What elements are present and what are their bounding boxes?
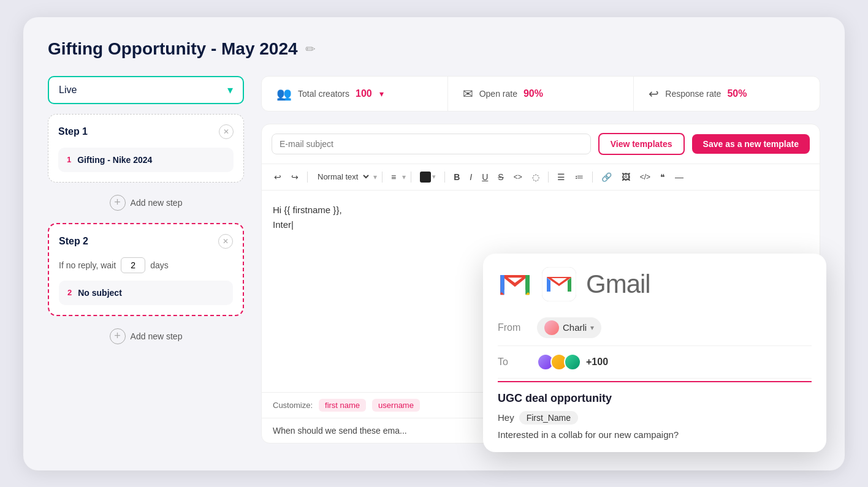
customize-username-tag[interactable]: username [372, 399, 420, 412]
page-title-row: Gifting Opportunity - May 2024 ✏ [48, 39, 820, 59]
status-dropdown[interactable]: Live ▾ [48, 76, 244, 104]
gmail-divider [498, 381, 812, 382]
open-rate-stat: ✉ Open rate 90% [448, 77, 634, 111]
toolbar-divider-3 [411, 172, 411, 183]
gmail-header: Gmail [483, 254, 826, 310]
to-avatars: +100 [537, 353, 608, 371]
gmail-to-label: To [498, 357, 528, 368]
image-button[interactable]: 🖼 [618, 170, 634, 184]
total-creators-label: Total creators [298, 89, 349, 99]
open-rate-label: Open rate [479, 89, 517, 99]
gmail-card: Gmail From Charli ▾ To +100 [483, 254, 826, 452]
step2-close-button[interactable]: ✕ [218, 234, 233, 249]
step2-box: Step 2 ✕ If no reply, wait days 2 No sub… [48, 223, 244, 316]
step1-num: 1 [67, 155, 71, 164]
text-format-select[interactable]: Normal text Heading 1 Heading 2 [313, 170, 371, 183]
step2-wait-row: If no reply, wait days [59, 257, 233, 273]
toolbar-divider-6 [592, 172, 593, 183]
step2-title: Step 2 [59, 236, 88, 247]
page-title: Gifting Opportunity - May 2024 [48, 39, 298, 59]
stats-row: 👥 Total creators 100 ▾ ✉ Open rate 90% ↩… [261, 76, 820, 111]
open-rate-value: 90% [523, 88, 543, 99]
creators-icon: 👥 [276, 86, 292, 101]
email-subject-input[interactable] [272, 134, 591, 154]
undo-button[interactable]: ↩ [270, 170, 285, 184]
left-panel: Live ▾ Step 1 ✕ 1 Gifting - Nike 2024 + … [48, 76, 244, 444]
quote-button[interactable]: ❝ [657, 170, 669, 184]
gmail-to-field: To +100 [498, 346, 812, 379]
step2-num: 2 [67, 288, 72, 297]
response-rate-value: 50% [727, 88, 747, 99]
step2-header: Step 2 ✕ [59, 234, 233, 249]
gmail-logo-area: Gmail [498, 267, 650, 301]
link-button[interactable]: 🔗 [598, 170, 615, 184]
mail-icon: ✉ [463, 86, 473, 101]
toolbar-divider-1 [307, 172, 308, 183]
add-step-2-circle-icon: + [110, 328, 126, 344]
email-body-line2: Inter [273, 217, 809, 232]
gmail-preview-text: Interested in a collab for our new campa… [498, 429, 812, 440]
sender-avatar [544, 320, 559, 335]
add-step-1-circle-icon: + [110, 195, 126, 211]
sender-chip: Charli ▾ [537, 317, 601, 338]
to-count: +100 [586, 357, 608, 368]
add-step-2-button[interactable]: + Add new step [105, 326, 188, 347]
italic-button[interactable]: I [466, 170, 476, 184]
send-row-text: When should we send these ema... [273, 426, 407, 436]
underline-button[interactable]: U [478, 170, 492, 184]
reply-icon: ↩ [649, 86, 659, 101]
email-body-line1: Hi {{ firstname }}, [273, 203, 809, 217]
step2-item[interactable]: 2 No subject [59, 281, 233, 305]
color-swatch [420, 172, 431, 183]
step1-box: Step 1 ✕ 1 Gifting - Nike 2024 [48, 114, 244, 183]
add-step-1-button[interactable]: + Add new step [105, 192, 188, 213]
numbered-list-button[interactable]: ≔ [571, 170, 587, 184]
creators-chevron-icon[interactable]: ▾ [379, 89, 384, 99]
step1-item[interactable]: 1 Gifting - Nike 2024 [58, 148, 234, 172]
bold-button[interactable]: B [450, 170, 463, 184]
step1-close-button[interactable]: ✕ [219, 124, 234, 139]
step1-title: Step 1 [58, 126, 88, 137]
gmail-subject: UGC deal opportunity [498, 392, 812, 405]
edit-icon[interactable]: ✏ [305, 42, 316, 56]
step2-wait-label-after: days [150, 260, 169, 270]
code-inline-button[interactable]: <> [510, 170, 526, 184]
response-rate-stat: ↩ Response rate 50% [634, 77, 820, 111]
main-card: Gifting Opportunity - May 2024 ✏ Live ▾ … [23, 17, 845, 470]
status-label: Live [59, 85, 77, 96]
gmail-text: Gmail [586, 270, 650, 299]
color-button[interactable]: ▾ [416, 169, 440, 185]
customize-firstname-tag[interactable]: first name [319, 399, 366, 412]
toolbar-divider-5 [548, 172, 549, 183]
gmail-m-logo-icon [498, 267, 532, 301]
toolbar-divider-2 [382, 172, 383, 183]
view-templates-button[interactable]: View templates [598, 133, 685, 155]
firstname-chip: First_Name [519, 411, 578, 425]
response-rate-label: Response rate [665, 89, 721, 99]
add-step-2-label: Add new step [131, 331, 183, 341]
gmail-from-label: From [498, 322, 528, 333]
to-avatar-3 [564, 353, 581, 371]
gmail-greeting: Hey First_Name [498, 411, 812, 425]
step1-item-label: Gifting - Nike 2024 [77, 155, 152, 165]
gmail-body: From Charli ▾ To +100 UGC deal opportuni… [483, 310, 826, 452]
eraser-button[interactable]: ◌ [528, 170, 543, 184]
save-template-button[interactable]: Save as a new template [692, 134, 810, 154]
divider-button[interactable]: — [671, 170, 687, 184]
add-step-1-label: Add new step [131, 198, 183, 208]
total-creators-value: 100 [356, 88, 372, 99]
code-block-button[interactable]: </> [636, 170, 654, 184]
email-top-bar: View templates Save as a new template [262, 124, 820, 164]
gmail-from-field: From Charli ▾ [498, 310, 812, 346]
strikethrough-button[interactable]: S [494, 170, 507, 184]
cursor [291, 219, 294, 230]
customize-label: Customize: [273, 401, 313, 410]
step2-wait-input[interactable] [121, 257, 145, 273]
step2-item-label: No subject [78, 288, 122, 298]
toolbar-divider-4 [444, 172, 445, 183]
redo-button[interactable]: ↪ [287, 170, 302, 184]
align-button[interactable]: ≡ [387, 170, 400, 184]
toolbar: ↩ ↪ Normal text Heading 1 Heading 2 ▾ ≡ … [262, 164, 820, 191]
step2-wait-label-before: If no reply, wait [59, 260, 116, 270]
bullet-list-button[interactable]: ☰ [554, 170, 569, 184]
